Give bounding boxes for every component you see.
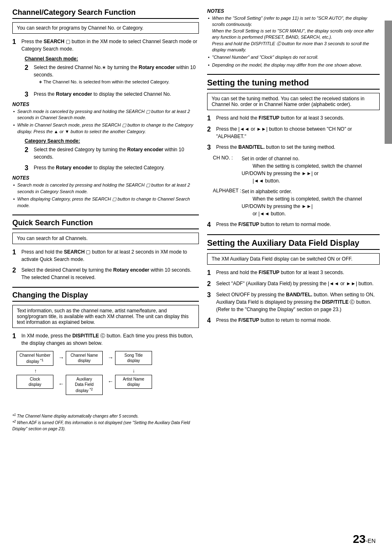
divider [12, 215, 199, 215]
step-content: Press the F/SETUP button to return to no… [216, 316, 380, 324]
step-content: In XM mode, press the DISP/TITLE Ⓒ butto… [21, 332, 199, 347]
step-number: 1 [12, 248, 16, 256]
step-number: 3 [207, 291, 211, 299]
notes-section1: NOTES Search mode is canceled by pressin… [12, 102, 199, 135]
aux-step3: 3 Select ON/OFF by pressing the BAND/TEL… [207, 291, 380, 313]
step-number: 3 [25, 90, 28, 98]
category-step2: 2 Select the desired Category by turning… [25, 146, 199, 161]
arrow-right2: → [108, 354, 113, 361]
notes-list: When the "Scroll Setting" (refer to page… [207, 15, 380, 68]
alphabet-block: ALPHABET : Set in alphabetic order. When… [213, 188, 380, 217]
display-diagram: Channel Numberdisplay *1 → Channel Named… [16, 351, 199, 409]
step-content: Press the Rotary encoder to display the … [34, 164, 199, 171]
step-content: Select "ADF" (Auxiliary Data Field) by p… [216, 280, 380, 287]
left-column: Channel/Category Search Function You can… [12, 8, 199, 432]
step-content: Press the |◄◄ or ►►| button to choose be… [216, 125, 380, 140]
ch-no-block: CH NO. : Set in order of channel no. Whe… [213, 155, 380, 185]
footnotes: *1 The Channel Name display automaticall… [12, 413, 199, 432]
step-content: Select the desired Channel No.∗ by turni… [34, 64, 199, 85]
diag-box-artist-name: Artist Namedisplay [115, 375, 152, 389]
display-step1: 1 In XM mode, press the DISP/TITLE Ⓒ but… [12, 332, 199, 347]
step-content: Press and hold the F/SETUP button for at… [216, 269, 380, 276]
step-number: 2 [25, 64, 28, 72]
step-number: 4 [207, 221, 211, 229]
section4-info-box: You can set the tuning method. You can s… [207, 93, 380, 110]
section3-info-box: Text information, such as the channel na… [12, 305, 199, 328]
divider [12, 287, 199, 288]
section1-title: Channel/Category Search Function [12, 8, 199, 19]
note-item: When the "Scroll Setting" (refer to page… [207, 15, 380, 53]
aux-step4: 4 Press the F/SETUP button to return to … [207, 316, 380, 324]
step-content: Press the Rotary encoder to display the … [34, 90, 199, 98]
section2-title: Quick Search Function [12, 219, 199, 229]
quick-step2: 2 Select the desired Channel by turning … [12, 266, 199, 281]
footnote1: *1 The Channel Name display automaticall… [12, 413, 199, 419]
arrow-right1: → [58, 354, 64, 361]
category-search-label: Category Search mode: [25, 138, 199, 144]
alphabet-detail: Set in alphabetic order. When the settin… [242, 188, 380, 217]
tuning-step4: 4 Press the F/SETUP button to return to … [207, 221, 380, 229]
section4-title: Setting the tuning method [207, 78, 380, 90]
notes-list: Search mode is canceled by pressing and … [12, 182, 199, 209]
sub-note: The Channel No. is selected from within … [39, 78, 199, 85]
channel-step3: 3 Press the Rotary encoder to display th… [25, 90, 199, 98]
step-content: Press the F/SETUP button to return to no… [216, 221, 380, 228]
arrow-left2: ← [58, 381, 64, 387]
step-content: Select ON/OFF by pressing the BAND/TEL. … [216, 291, 380, 313]
diag-box-channel-name: Channel Namedisplay [66, 351, 103, 365]
step-number: 1 [12, 38, 16, 46]
step-content: Select the desired Category by turning t… [34, 146, 199, 161]
notes-section2: NOTES Search mode is canceled by pressin… [12, 175, 199, 209]
diag-box-channel-number: Channel Numberdisplay *1 [16, 351, 53, 366]
channel-search-label: Channel Search mode: [25, 56, 199, 62]
note-item: Depending on the model, the display may … [207, 62, 380, 68]
divider [207, 234, 380, 235]
right-column: NOTES When the "Scroll Setting" (refer t… [207, 8, 380, 432]
step-number: 4 [207, 316, 211, 324]
step-number: 2 [12, 266, 16, 274]
section3-title: Changing the Display [12, 291, 199, 302]
divider [207, 74, 380, 75]
arrow-up1: → [32, 369, 38, 374]
note-item: "Channel Number" and "Clock" displays do… [207, 54, 380, 60]
step-number: 2 [25, 146, 28, 154]
step-content: Press and hold the F/SETUP button for at… [216, 114, 380, 122]
note-item: When displaying Category, press the SEAR… [12, 196, 199, 209]
step-number: 2 [207, 280, 211, 288]
step-number: 1 [207, 114, 211, 122]
diag-box-aux-data: AuxiliaryData Fielddisplay *2 [66, 375, 103, 395]
aux-step2: 2 Select "ADF" (Auxiliary Data Field) by… [207, 280, 380, 288]
notes-title: NOTES [207, 8, 380, 14]
footnote2: *2 When ADF is turned OFF, this informat… [12, 419, 199, 432]
tuning-step1: 1 Press and hold the F/SETUP button for … [207, 114, 380, 122]
tuning-step3: 3 Press the BAND/TEL. button to set the … [207, 143, 380, 151]
quick-step1: 1 Press and hold the SEARCH ▢ button for… [12, 248, 199, 263]
alphabet-label: ALPHABET : [213, 188, 242, 217]
step-content: Press the SEARCH ▢ button in the XM mode… [21, 38, 199, 53]
notes-list: Search mode is canceled by pressing and … [12, 108, 199, 135]
arrow-down1: → [131, 369, 137, 374]
category-step3: 3 Press the Rotary encoder to display th… [25, 164, 199, 172]
section5-info-box: The XM Auxiliary Data Field display can … [207, 253, 380, 265]
note-item: Search mode is canceled by pressing and … [12, 108, 199, 121]
top-notes-section: NOTES When the "Scroll Setting" (refer t… [207, 8, 380, 68]
section2-info-box: You can search for all Channels. [12, 233, 199, 244]
step-content: Press and hold the SEARCH ▢ button for a… [21, 248, 199, 263]
step-number: 1 [12, 332, 16, 340]
aux-step1: 1 Press and hold the F/SETUP button for … [207, 269, 380, 277]
sidebar-tab [385, 21, 392, 144]
note-item: Search mode is canceled by pressing and … [12, 182, 199, 195]
notes-title: NOTES [12, 175, 199, 181]
diag-box-clock: Clockdisplay [16, 375, 53, 389]
note-item: While in Channel Search mode, press the … [12, 122, 199, 135]
arrow-left1: ← [108, 378, 113, 385]
page-number: 23-EN [353, 533, 376, 546]
step-number: 3 [25, 164, 28, 172]
step-number: 2 [207, 125, 211, 133]
step-number: 3 [207, 143, 211, 151]
tuning-step2: 2 Press the |◄◄ or ►►| button to choose … [207, 125, 380, 140]
section1-step1: 1 Press the SEARCH ▢ button in the XM mo… [12, 38, 199, 53]
channel-step2: 2 Select the desired Channel No.∗ by tur… [25, 64, 199, 87]
step-content: Press the BAND/TEL. button to set the tu… [216, 143, 380, 151]
step-number: 1 [207, 269, 211, 277]
